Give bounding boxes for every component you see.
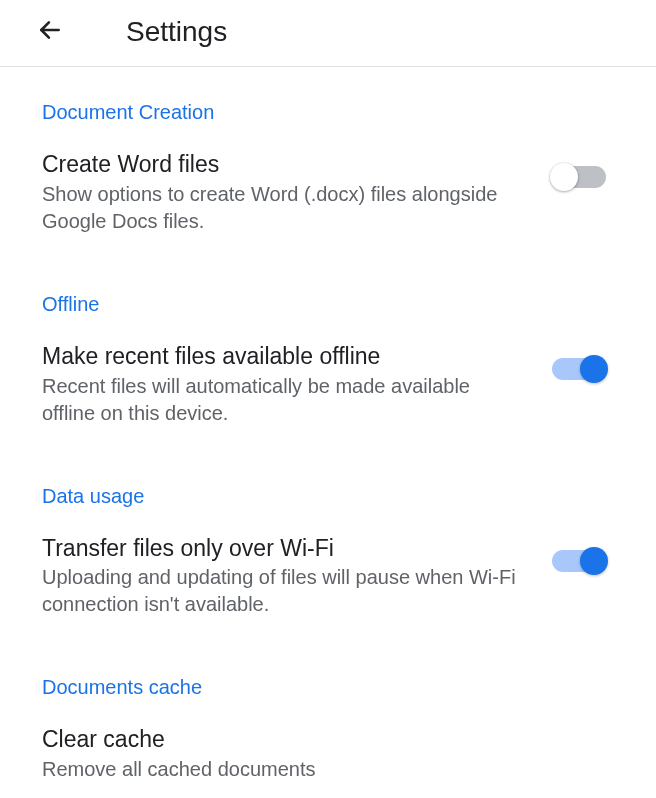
- setting-text: Create Word files Show options to create…: [42, 150, 528, 235]
- setting-text: Make recent files available offline Rece…: [42, 342, 528, 427]
- toggle-create-word-files[interactable]: [552, 166, 606, 188]
- toggle-offline-files[interactable]: [552, 358, 606, 380]
- page-title: Settings: [126, 16, 227, 48]
- setting-create-word-files[interactable]: Create Word files Show options to create…: [42, 136, 614, 235]
- setting-offline-files[interactable]: Make recent files available offline Rece…: [42, 328, 614, 427]
- toggle-thumb: [580, 547, 608, 575]
- setting-desc: Uploading and updating of files will pau…: [42, 564, 528, 618]
- toggle-thumb: [550, 163, 578, 191]
- section-header-document-creation: Document Creation: [42, 67, 614, 136]
- setting-desc: Recent files will automatically be made …: [42, 373, 528, 427]
- setting-title: Create Word files: [42, 150, 528, 181]
- toggle-wifi-only[interactable]: [552, 550, 606, 572]
- setting-desc: Remove all cached documents: [42, 756, 614, 783]
- section-header-data-usage: Data usage: [42, 451, 614, 520]
- settings-content: Document Creation Create Word files Show…: [0, 67, 656, 783]
- toggle-thumb: [580, 355, 608, 383]
- section-header-offline: Offline: [42, 259, 614, 328]
- setting-text: Transfer files only over Wi-Fi Uploading…: [42, 534, 528, 619]
- setting-title: Clear cache: [42, 725, 614, 756]
- setting-clear-cache[interactable]: Clear cache Remove all cached documents: [42, 711, 614, 783]
- setting-desc: Show options to create Word (.docx) file…: [42, 181, 528, 235]
- setting-title: Transfer files only over Wi-Fi: [42, 534, 528, 565]
- app-header: Settings: [0, 0, 656, 67]
- back-button[interactable]: [34, 16, 66, 48]
- setting-wifi-only[interactable]: Transfer files only over Wi-Fi Uploading…: [42, 520, 614, 619]
- arrow-left-icon: [37, 17, 63, 47]
- section-header-documents-cache: Documents cache: [42, 642, 614, 711]
- setting-text: Clear cache Remove all cached documents: [42, 725, 614, 783]
- setting-title: Make recent files available offline: [42, 342, 528, 373]
